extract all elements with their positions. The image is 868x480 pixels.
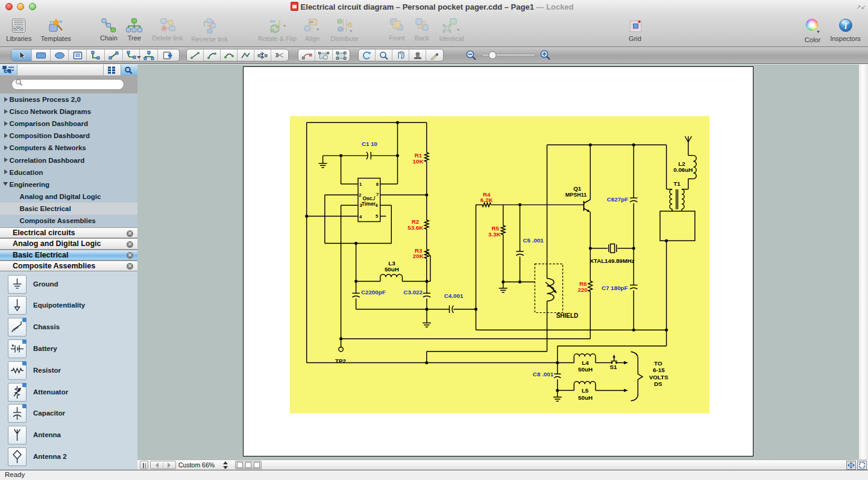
svg-text:50uH: 50uH	[578, 394, 593, 401]
svg-text:T1: T1	[673, 180, 681, 187]
svg-text:7: 7	[376, 192, 379, 197]
svg-text:L5: L5	[582, 387, 589, 394]
svg-text:C627pF: C627pF	[607, 196, 628, 203]
svg-text:C5 .001: C5 .001	[523, 237, 544, 244]
svg-text:6-15: 6-15	[653, 367, 665, 373]
svg-text:L4: L4	[582, 359, 589, 366]
svg-text:MPSH11: MPSH11	[565, 192, 587, 198]
svg-text:TO: TO	[654, 360, 662, 367]
svg-text:VOLTS: VOLTS	[649, 374, 668, 381]
svg-text:DS: DS	[654, 381, 662, 387]
svg-text:220: 220	[577, 286, 588, 293]
svg-text:XTAL149.89MHz: XTAL149.89MHz	[590, 257, 635, 264]
svg-text:2: 2	[359, 192, 361, 198]
svg-text:C7 180pF: C7 180pF	[602, 285, 628, 291]
svg-text:S1: S1	[610, 364, 618, 370]
svg-text:8: 8	[376, 182, 379, 187]
svg-text:C4.001: C4.001	[444, 292, 464, 299]
svg-text:20K: 20K	[413, 253, 424, 259]
svg-text:C3.022: C3.022	[403, 289, 423, 295]
svg-text:0.06uH: 0.06uH	[673, 166, 693, 173]
svg-text:C2200pF: C2200pF	[361, 289, 386, 295]
svg-text:6.2K: 6.2K	[480, 197, 493, 203]
svg-text:53.6K: 53.6K	[407, 224, 423, 231]
svg-text:6: 6	[376, 203, 378, 208]
svg-text:50uH: 50uH	[578, 366, 593, 373]
svg-text:3.3K: 3.3K	[488, 231, 501, 238]
svg-text:TP2: TP2	[335, 358, 347, 364]
svg-text:Timer: Timer	[362, 201, 376, 207]
svg-text:C8 .001: C8 .001	[533, 371, 554, 377]
svg-text:Q1: Q1	[573, 185, 582, 192]
svg-text:C1 10: C1 10	[362, 141, 378, 147]
svg-text:SHIELD: SHIELD	[556, 312, 579, 319]
svg-text:50uH: 50uH	[385, 266, 399, 273]
svg-text:3: 3	[359, 203, 362, 208]
svg-text:10K: 10K	[413, 158, 424, 165]
